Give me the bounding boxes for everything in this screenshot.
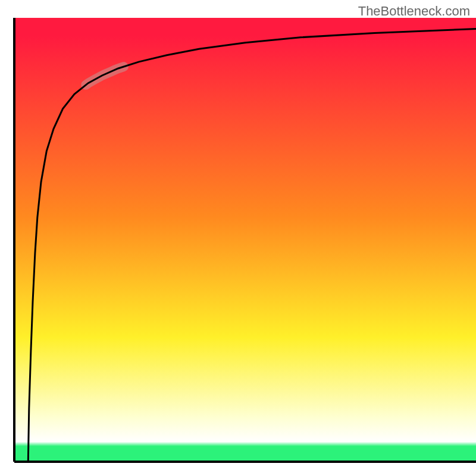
chart-container: TheBottleneck.com <box>0 0 476 476</box>
watermark-text: TheBottleneck.com <box>358 4 470 19</box>
chart-svg <box>0 0 476 476</box>
